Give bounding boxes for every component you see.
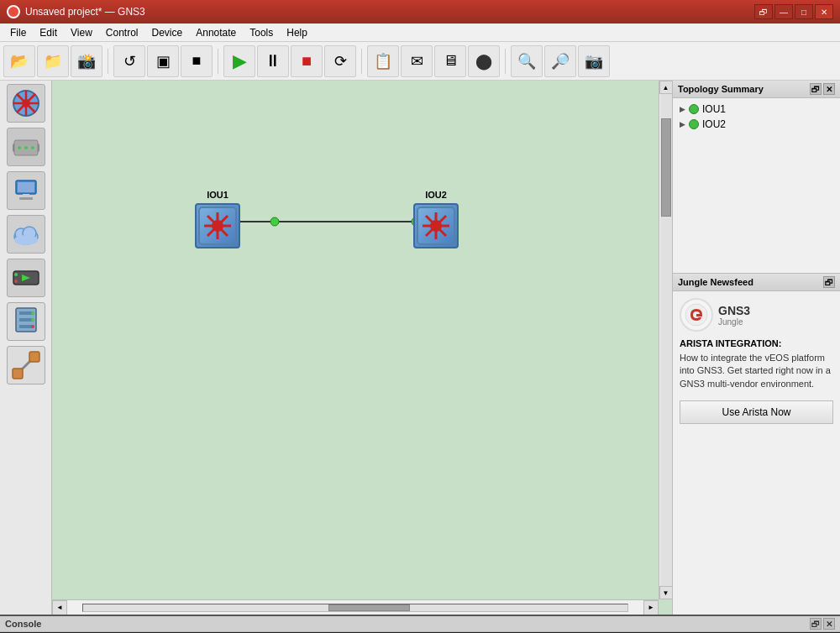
iou1-arrow: ▶ [680, 105, 685, 113]
node-iou2[interactable]: IOU2 [413, 190, 459, 248]
notepad-btn[interactable]: 📋 [367, 45, 399, 77]
device-panel [0, 81, 52, 615]
node-iou1[interactable]: IOU1 [195, 190, 240, 248]
envelope-btn[interactable]: ✉ [401, 45, 433, 77]
menu-bar: File Edit View Control Device Annotate T… [0, 24, 840, 42]
topology-restore-btn[interactable]: 🗗 [810, 83, 822, 95]
right-panel: Topology Summary 🗗 ✕ ▶ IOU1 ▶ [672, 81, 840, 615]
topology-item-iou1[interactable]: ▶ IOU1 [676, 102, 837, 117]
zoom-out-btn[interactable]: 🔎 [544, 45, 576, 77]
newsfeed-restore-btn[interactable]: 🗗 [823, 276, 835, 288]
restore-arrows-btn[interactable]: 🗗 [754, 4, 773, 19]
main-content: IOU1 [0, 81, 840, 615]
console-title: Console [5, 619, 41, 629]
menu-view[interactable]: View [64, 24, 99, 41]
pause-btn[interactable]: ⏸ [257, 45, 289, 77]
hscroll-right-btn[interactable]: ► [643, 600, 659, 615]
newsfeed-article-title: ARISTA INTEGRATION: [680, 338, 833, 348]
zoom-in-btn[interactable]: 🔍 [511, 45, 543, 77]
hscroll-thumb[interactable] [328, 604, 410, 611]
play-btn[interactable]: ▶ [223, 45, 255, 77]
hscroll-track[interactable] [82, 604, 628, 612]
svg-point-34 [270, 217, 279, 226]
open-file-btn[interactable]: 📁 [37, 45, 69, 77]
close-btn[interactable]: ✕ [815, 4, 833, 19]
topology-summary-header: Topology Summary 🗗 ✕ [673, 81, 840, 98]
svg-point-9 [24, 146, 28, 149]
svg-rect-13 [19, 197, 33, 200]
svg-rect-31 [29, 352, 39, 362]
computer-device-btn[interactable] [7, 171, 45, 210]
console-btn[interactable]: ■ [181, 45, 213, 77]
open-folder-btn[interactable]: 📂 [3, 45, 35, 77]
circle-btn[interactable]: ⬤ [468, 45, 500, 77]
hscroll-left-btn[interactable]: ◄ [52, 600, 67, 615]
iou1-label: IOU1 [702, 103, 726, 115]
terminal-btn[interactable]: ▣ [147, 45, 179, 77]
menu-edit[interactable]: Edit [33, 24, 64, 41]
svg-point-8 [18, 146, 21, 149]
newsfeed: Jungle Newsfeed 🗗 G [673, 274, 840, 615]
vscroll-thumb[interactable] [661, 118, 671, 217]
canvas-with-scroll: IOU1 [52, 81, 672, 615]
media-device-btn[interactable] [7, 259, 45, 297]
console-restore-btn[interactable]: 🗗 [810, 618, 822, 630]
link-device-btn[interactable] [7, 346, 45, 385]
camera-btn[interactable]: 📷 [578, 45, 610, 77]
menu-annotate[interactable]: Annotate [189, 24, 243, 41]
menu-tools[interactable]: Tools [243, 24, 280, 41]
menu-device[interactable]: Device [145, 24, 190, 41]
canvas-vscroll: ▲ ▼ [659, 81, 672, 599]
canvas-area[interactable]: IOU1 [52, 81, 672, 615]
svg-rect-12 [23, 194, 29, 197]
monitor-btn[interactable]: 🖥 [434, 45, 466, 77]
svg-point-27 [31, 311, 34, 315]
menu-help[interactable]: Help [280, 24, 314, 41]
svg-point-28 [31, 318, 34, 322]
topology-summary-controls: 🗗 ✕ [810, 83, 835, 95]
menu-control[interactable]: Control [99, 24, 145, 41]
refresh-btn[interactable]: ↺ [113, 45, 145, 77]
canvas-hscroll: ◄ ► [52, 599, 659, 615]
firewall-device-btn[interactable] [7, 302, 45, 341]
router-device-btn[interactable] [7, 84, 45, 123]
topology-close-btn[interactable]: ✕ [823, 83, 835, 95]
node-iou2-box[interactable] [413, 203, 459, 248]
window-title: Unsaved project* — GNS3 [25, 6, 145, 18]
svg-rect-14 [18, 182, 34, 192]
app-icon [7, 5, 20, 18]
cloud-device-btn[interactable] [7, 215, 45, 254]
gns3-logo-text: GNS3 [718, 304, 750, 317]
topology-item-iou2[interactable]: ▶ IOU2 [676, 117, 837, 132]
canvas-scrollable: IOU1 [52, 81, 672, 599]
vscroll-down-btn[interactable]: ▼ [659, 586, 673, 599]
bottom-strip: Console 🗗 ✕ GNS3 management console. Run… [0, 615, 840, 633]
gns3-logo-textblock: GNS3 Jungle [718, 304, 750, 327]
maximize-btn[interactable]: □ [795, 4, 813, 19]
vscroll-up-btn[interactable]: ▲ [659, 81, 673, 94]
toolbar-divider-2 [218, 49, 218, 74]
canvas-connections-svg [52, 81, 672, 599]
gns3-logo: GNS3 Jungle [680, 298, 833, 332]
console-header: Console 🗗 ✕ [0, 616, 840, 632]
minimize-btn[interactable]: — [774, 4, 793, 19]
reload-btn[interactable]: ⟳ [324, 45, 356, 77]
svg-rect-26 [19, 325, 33, 328]
use-arista-btn[interactable]: Use Arista Now [680, 400, 833, 424]
svg-point-29 [31, 325, 34, 328]
console-area: Console 🗗 ✕ GNS3 management console. Run… [0, 615, 840, 633]
toolbar-divider-4 [505, 49, 506, 74]
vscroll-track[interactable] [660, 94, 672, 586]
gns3-logo-sub: Jungle [718, 317, 750, 327]
svg-point-18 [14, 235, 38, 245]
snapshot-btn[interactable]: 📸 [71, 45, 102, 77]
menu-file[interactable]: File [3, 24, 33, 41]
iou1-status-dot [689, 104, 699, 114]
switch-device-btn[interactable] [7, 128, 45, 166]
node-iou1-box[interactable] [195, 203, 240, 248]
iou2-status-dot [689, 119, 699, 129]
canvas-column: IOU1 [52, 81, 672, 615]
stop-btn[interactable]: ■ [291, 45, 323, 77]
console-close-btn[interactable]: ✕ [823, 618, 835, 630]
topology-summary-title: Topology Summary [678, 84, 764, 94]
